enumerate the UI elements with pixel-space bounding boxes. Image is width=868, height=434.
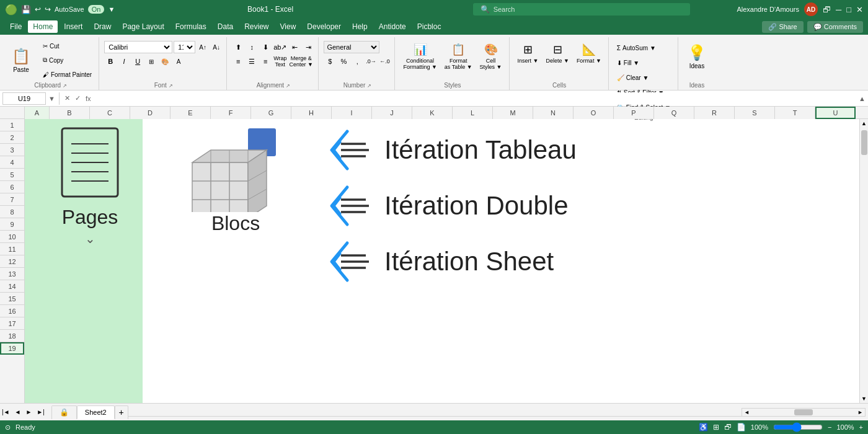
row-header-10[interactable]: 10 <box>0 231 24 243</box>
menu-review[interactable]: Review <box>239 20 273 33</box>
row-header-2[interactable]: 2 <box>0 131 24 144</box>
sheet-nav-first-icon[interactable]: |◄ <box>0 407 12 417</box>
col-header-f[interactable]: F <box>211 107 251 119</box>
col-header-t[interactable]: T <box>775 107 815 119</box>
share-button[interactable]: 🔗 Share <box>762 21 803 33</box>
col-header-u[interactable]: U <box>815 107 856 119</box>
col-header-g[interactable]: G <box>251 107 291 119</box>
cut-button[interactable]: ✂ Cut <box>40 39 95 53</box>
format-cells-button[interactable]: 📐 Format ▼ <box>574 41 604 66</box>
row-header-17[interactable]: 17 <box>0 317 24 330</box>
align-left-button[interactable]: ≡ <box>232 55 244 68</box>
menu-file[interactable]: File <box>5 20 27 33</box>
menu-page-layout[interactable]: Page Layout <box>117 20 169 33</box>
quick-save-icon[interactable]: 💾 <box>21 5 31 14</box>
sheet-nav-next-icon[interactable]: ► <box>24 407 33 417</box>
row-header-15[interactable]: 15 <box>0 293 24 305</box>
col-header-m[interactable]: M <box>493 107 533 119</box>
accessibility-icon[interactable]: ♿ <box>699 423 708 432</box>
align-top-button[interactable]: ⬆ <box>232 41 244 53</box>
col-header-r[interactable]: R <box>694 107 735 119</box>
customize-icon[interactable]: ▼ <box>108 6 115 13</box>
comma-button[interactable]: , <box>351 55 363 68</box>
autosum-button[interactable]: Σ AutoSum ▼ <box>614 41 674 55</box>
align-middle-button[interactable]: ↕ <box>246 41 258 53</box>
increase-font-button[interactable]: A↑ <box>197 41 209 53</box>
sheet-nav-last-icon[interactable]: ►| <box>35 407 46 417</box>
vertical-scrollbar[interactable]: ▲ ▼ <box>859 119 868 403</box>
align-bottom-button[interactable]: ⬇ <box>259 41 272 53</box>
font-size-select[interactable]: 11 <box>174 41 195 53</box>
col-header-o[interactable]: O <box>574 107 614 119</box>
scroll-left-icon[interactable]: ◄ <box>742 409 751 415</box>
fill-color-button[interactable]: 🎨 <box>159 55 171 68</box>
borders-button[interactable]: ⊞ <box>145 55 157 68</box>
user-avatar[interactable]: AD <box>804 2 818 16</box>
ribbon-toggle-icon[interactable]: 🗗 <box>823 5 831 14</box>
decimal-increase-button[interactable]: .0→ <box>365 55 377 68</box>
row-header-18[interactable]: 18 <box>0 330 24 342</box>
row-header-3[interactable]: 3 <box>0 144 24 156</box>
sheet-nav-prev-icon[interactable]: ◄ <box>13 407 23 417</box>
font-color-button[interactable]: A <box>172 55 185 68</box>
currency-button[interactable]: $ <box>324 55 336 68</box>
page-break-view-icon[interactable]: 📄 <box>737 423 746 432</box>
col-header-l[interactable]: L <box>453 107 493 119</box>
insert-function-icon[interactable]: fx <box>84 95 92 102</box>
col-header-p[interactable]: P <box>614 107 654 119</box>
clear-button[interactable]: 🧹 Clear ▼ <box>614 71 674 84</box>
format-painter-button[interactable]: 🖌 Format Painter <box>40 68 95 81</box>
cell-reference-input[interactable] <box>2 92 46 105</box>
align-center-button[interactable]: ☰ <box>246 55 258 68</box>
zoom-out-icon[interactable]: − <box>828 423 831 431</box>
menu-help[interactable]: Help <box>347 20 373 33</box>
scroll-right-icon[interactable]: ► <box>856 409 865 415</box>
ideas-button[interactable]: 💡 Ideas <box>683 41 711 72</box>
sheet-tab-2[interactable]: Sheet2 <box>77 405 115 419</box>
scroll-down-icon[interactable]: ▼ <box>860 394 868 403</box>
col-header-n[interactable]: N <box>533 107 574 119</box>
underline-button[interactable]: U <box>131 55 144 68</box>
maximize-icon[interactable]: □ <box>846 5 851 14</box>
search-bar[interactable]: 🔍 Search <box>473 3 690 16</box>
col-header-s[interactable]: S <box>735 107 775 119</box>
col-header-b[interactable]: B <box>50 107 90 119</box>
row-header-12[interactable]: 12 <box>0 255 24 268</box>
copy-button[interactable]: ⧉ Copy <box>40 53 95 67</box>
row-header-11[interactable]: 11 <box>0 243 24 255</box>
row-header-14[interactable]: 14 <box>0 280 24 293</box>
scroll-thumb[interactable] <box>861 130 867 155</box>
col-header-q[interactable]: Q <box>654 107 694 119</box>
zoom-slider[interactable] <box>773 422 823 432</box>
add-sheet-button[interactable]: + <box>115 405 128 419</box>
cancel-formula-icon[interactable]: ✕ <box>63 94 71 102</box>
row-header-5[interactable]: 5 <box>0 169 24 181</box>
fill-button[interactable]: ⬇ Fill ▼ <box>614 56 674 69</box>
confirm-formula-icon[interactable]: ✓ <box>74 94 82 102</box>
indent-decrease-button[interactable]: ⇤ <box>288 41 301 53</box>
col-header-e[interactable]: E <box>170 107 211 119</box>
close-icon[interactable]: ✕ <box>856 5 863 14</box>
formula-expand-right-icon[interactable]: ▲ <box>859 95 866 102</box>
col-header-i[interactable]: I <box>332 107 372 119</box>
menu-draw[interactable]: Draw <box>89 20 116 33</box>
menu-insert[interactable]: Insert <box>59 20 87 33</box>
menu-developer[interactable]: Developer <box>302 20 346 33</box>
redo-icon[interactable]: ↪ <box>45 5 51 14</box>
zoom-in-icon[interactable]: + <box>859 423 863 431</box>
insert-cells-button[interactable]: ⊞ Insert ▼ <box>515 41 542 66</box>
row-header-1[interactable]: 1 <box>0 119 24 131</box>
menu-view[interactable]: View <box>275 20 301 33</box>
decrease-font-button[interactable]: A↓ <box>210 41 223 53</box>
decimal-decrease-button[interactable]: ←.0 <box>378 55 391 68</box>
align-right-button[interactable]: ≡ <box>259 55 272 68</box>
cell-styles-button[interactable]: 🎨 CellStyles ▼ <box>477 41 505 72</box>
scroll-up-icon[interactable]: ▲ <box>860 119 868 128</box>
menu-formulas[interactable]: Formulas <box>170 20 211 33</box>
menu-data[interactable]: Data <box>213 20 238 33</box>
col-header-j[interactable]: J <box>372 107 412 119</box>
col-header-c[interactable]: C <box>90 107 130 119</box>
italic-button[interactable]: I <box>118 55 130 68</box>
horizontal-scrollbar[interactable]: ◄ ► <box>742 408 866 417</box>
undo-icon[interactable]: ↩ <box>35 5 41 14</box>
